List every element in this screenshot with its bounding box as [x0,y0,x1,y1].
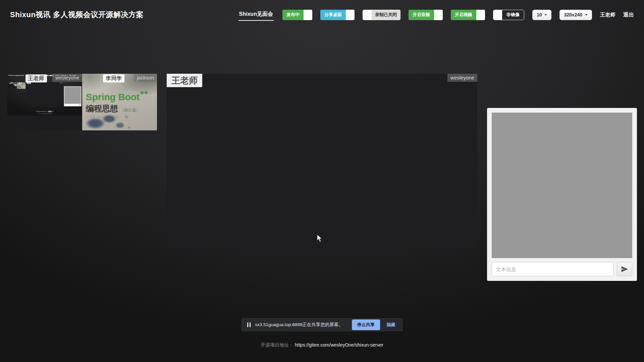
record-toggle-label: 录制已关闭 [372,10,400,20]
record-toggle[interactable]: 录制已关闭 [363,10,400,20]
resolution-dropdown[interactable]: 320x240 [559,10,592,20]
chat-panel [15,84,17,86]
watermark-badge: jackson [134,74,157,82]
send-button[interactable] [79,104,81,106]
pause-icon [247,322,251,327]
mouse-cursor [317,234,323,243]
header-nav: Shixun见面会 发布中 分享桌面 录制已关闭 开启音频 开启视频 非镜像 1… [238,9,634,21]
app-title: Shixun视讯 多人视频会议开源解决方案 [10,10,144,20]
participant-name-badge: 李同学 [19,82,22,83]
video-tile-teacher-screen[interactable]: 王老师 wesleyone [11,84,13,85]
book-title: Spring Boot [86,92,140,102]
send-button[interactable] [617,262,632,276]
chat-input-row [64,104,81,106]
footer-label: 开源项目地址： [261,342,293,348]
watermark-badge: wesleyone [447,74,477,82]
mirror-toggle-label: 非镜像 [502,10,524,20]
footer: 开源项目地址： https://gitee.com/wesleyOne/shix… [7,114,82,114]
chat-message-area [64,87,81,104]
watermark-badge: wesleyone [59,82,63,83]
video-tile-teacher-thumbnail[interactable]: Shixun视讯 多人视频会议开源解决方案 Shixun见面会 发布中 分享桌面… [7,74,82,130]
video-tile-teacher-screen[interactable]: 王老师 wesleyone [27,82,63,103]
video-tile-teacher-thumbnail[interactable]: Shixun视讯 多人视频会议开源解决方案 Shixun见面会 发布中 分享桌面… [8,82,17,89]
participant-name-badge: 王老师 [27,82,31,84]
main-screen-host [11,84,13,85]
toggle-knob [48,75,49,76]
share-message: sx3.51guagua.top:8899正在共享您的屏幕。 [255,322,343,328]
toggle-knob [346,10,355,20]
app-stage: Shixun视讯 多人视频会议开源解决方案 Shixun见面会 发布中 分享桌面… [0,0,644,362]
send-icon [79,105,80,106]
watermark-badge: wesleyone [52,74,82,82]
share-desktop-toggle[interactable]: 分享桌面 [320,10,355,20]
stop-sharing-button[interactable]: 停止共享 [352,319,380,330]
chat-panel [64,86,82,106]
fps-dropdown[interactable]: 10 [532,10,552,20]
user-name: 王老师 [600,12,615,18]
watermark-badge: jackson [23,82,25,83]
chat-input-row [492,262,632,276]
book-title-row: Spring Boot [86,91,148,103]
logout-button[interactable]: 退出 [623,11,634,18]
video-toggle[interactable]: 开启视频 [451,10,485,20]
chat-input[interactable] [492,262,613,276]
toggle-knob [363,10,372,20]
footer-label: 开源项目地址： [38,114,41,114]
hide-button[interactable]: 隐藏 [52,111,53,112]
mirror-toggle[interactable]: 非镜像 [493,10,524,20]
footer-url-link[interactable]: https://gitee.com/wesleyOne/shixun-serve… [42,114,52,114]
watermark-badge: wesleyone [13,82,17,83]
pause-icon [36,111,37,112]
main-screen-host [27,82,63,103]
chat-panel [487,108,637,281]
toggle-knob [434,10,443,20]
ink-splash-art [9,84,10,84]
chat-input[interactable] [64,104,78,106]
participant-name-badge: 王老师 [25,74,47,82]
share-message: sx3.51guagua.top:8899正在共享您的屏幕。 [37,111,47,112]
participant-name-badge: 李同学 [103,74,124,82]
participant-name-badge: 王老师 [167,74,202,87]
toggle-knob [304,10,312,20]
ink-splash-art [82,109,132,130]
chevron-down-icon [544,14,547,16]
audio-toggle[interactable]: 开启音频 [409,10,443,20]
video-tile-teacher-screen[interactable]: Shixun视讯 多人视频会议开源解决方案 Shixun见面会 发布中 分享桌面… [10,83,14,86]
main-screen-host [167,74,477,248]
resolution-dropdown-value: 320x240 [564,12,582,17]
screen-share-bar: sx3.51guagua.top:8899正在共享您的屏幕。 停止共享 隐藏 [241,318,402,331]
footer: 开源项目地址： https://gitee.com/wesleyOne/shix… [0,342,644,348]
app-stage: Shixun视讯 多人视频会议开源解决方案 Shixun见面会 发布中 分享桌面… [10,83,14,86]
publish-toggle[interactable]: 发布中 [282,10,312,20]
chat-input-row [15,86,17,86]
ink-splash-art [17,86,22,89]
chat-message-area [15,84,17,86]
share-desktop-toggle-label: 分享桌面 [320,10,346,20]
screen-share-bar: sx3.51guagua.top:8899正在共享您的屏幕。 停止共享 隐藏 [36,111,54,112]
participant-name-badge: 王老师 [10,82,13,83]
video-tile-student[interactable]: Spring Boot 编程思想（核心篇） 小马哥（mercyblitz）/著 … [17,82,25,89]
footer-url-link[interactable]: https://gitee.com/wesleyOne/shixun-serve… [295,342,383,348]
app-header: Shixun视讯 多人视频会议开源解决方案 Shixun见面会 发布中 分享桌面… [0,0,644,29]
chat-message-area [492,113,632,258]
toggle-knob [476,10,485,20]
tab-meeting[interactable]: Shixun见面会 [238,9,274,21]
chevron-down-icon [585,14,588,16]
audio-toggle-label: 开启音频 [409,10,434,20]
fps-dropdown-value: 10 [537,12,542,17]
app-title: Shixun视讯 多人视频会议开源解决方案 [8,75,24,76]
video-tile-teacher-screen[interactable]: 王老师 wesleyone [167,74,477,248]
publish-toggle-label: 发布中 [282,10,304,20]
stop-sharing-button[interactable]: 停止共享 [48,111,52,112]
spring-leaf-icon [140,96,148,101]
participant-name-badge: 王老师 [10,83,11,84]
toggle-knob [493,10,502,20]
send-icon [621,265,628,273]
video-toggle-label: 开启视频 [451,10,476,20]
main-screen-host: Shixun视讯 多人视频会议开源解决方案 Shixun见面会 发布中 分享桌面… [10,83,14,86]
hide-button[interactable]: 隐藏 [387,322,395,328]
video-tile-student[interactable]: Spring Boot 编程思想（核心篇） 小马哥（mercyblitz）/著 … [82,74,157,130]
spring-leaf-icon [23,85,24,85]
